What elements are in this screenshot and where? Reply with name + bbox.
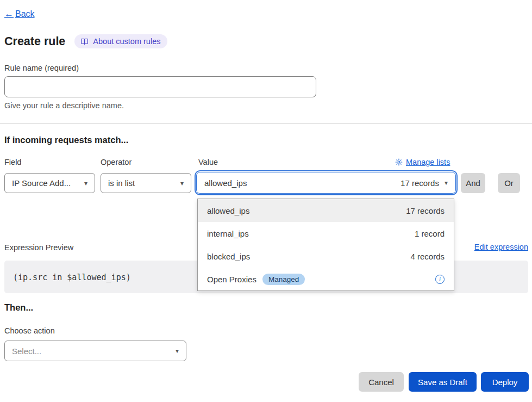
then-section-heading: Then...	[4, 302, 33, 313]
list-option-meta: 1 record	[415, 229, 445, 238]
back-link[interactable]: ←Back	[4, 9, 35, 20]
value-label: Value	[198, 158, 218, 166]
managed-badge: Managed	[262, 274, 305, 285]
title-row: Create rule About custom rules	[4, 34, 167, 48]
chevron-down-icon: ▾	[445, 179, 448, 187]
back-arrow-icon: ←	[4, 9, 14, 20]
expression-preview-label: Expression Preview	[4, 243, 73, 252]
cancel-button[interactable]: Cancel	[359, 372, 404, 392]
chevron-down-icon: ▾	[180, 180, 184, 187]
field-select-value: IP Source Add...	[12, 178, 71, 188]
list-option-meta: 17 records	[406, 206, 445, 215]
list-option-blocked-ips[interactable]: blocked_ips 4 records	[198, 245, 454, 268]
action-select-placeholder: Select...	[12, 347, 41, 356]
value-select[interactable]: allowed_ips 17 records ▾	[196, 172, 456, 194]
deploy-button[interactable]: Deploy	[481, 372, 529, 392]
save-as-draft-button[interactable]: Save as Draft	[409, 372, 477, 392]
action-select[interactable]: Select... ▾	[4, 341, 186, 361]
manage-lists-link[interactable]: Manage lists	[395, 158, 450, 166]
field-select[interactable]: IP Source Add... ▾	[4, 173, 95, 193]
or-button[interactable]: Or	[498, 173, 520, 193]
list-option-name: Open Proxies	[207, 275, 256, 284]
chevron-down-icon: ▾	[84, 180, 87, 187]
and-button[interactable]: And	[461, 173, 485, 193]
operator-select[interactable]: is in list ▾	[101, 173, 191, 193]
list-option-name: allowed_ips	[207, 206, 249, 215]
value-select-value: allowed_ips	[204, 178, 247, 188]
manage-lists-label: Manage lists	[406, 158, 450, 166]
match-section-heading: If incoming requests match...	[4, 135, 128, 145]
expression-code: (ip.src in $allowed_ips)	[13, 273, 131, 282]
value-select-meta: 17 records	[400, 178, 439, 188]
page-title: Create rule	[4, 35, 65, 48]
create-rule-page: ←Back Create rule About custom rules Rul…	[0, 0, 532, 402]
back-link-label: Back	[15, 9, 35, 19]
list-option-allowed-ips[interactable]: allowed_ips 17 records	[198, 199, 454, 222]
list-option-meta: 4 records	[410, 252, 445, 261]
operator-select-value: is in list	[108, 178, 135, 188]
section-divider	[0, 123, 532, 124]
rule-name-label: Rule name (required)	[4, 64, 79, 72]
about-custom-rules-badge[interactable]: About custom rules	[74, 34, 167, 48]
gear-icon	[395, 158, 403, 166]
edit-expression-link[interactable]: Edit expression	[474, 243, 528, 251]
chevron-down-icon: ▾	[176, 347, 179, 355]
about-badge-label: About custom rules	[93, 37, 160, 46]
book-icon	[80, 38, 89, 45]
field-label: Field	[4, 158, 21, 166]
choose-action-label: Choose action	[4, 326, 55, 335]
rule-name-helper: Give your rule a descriptive name.	[4, 101, 124, 110]
rule-name-input[interactable]	[4, 76, 316, 97]
value-dropdown-menu: allowed_ips 17 records internal_ips 1 re…	[197, 199, 454, 291]
info-icon[interactable]: i	[435, 275, 445, 284]
list-option-open-proxies[interactable]: Open Proxies Managed i	[198, 268, 454, 290]
list-option-internal-ips[interactable]: internal_ips 1 record	[198, 222, 454, 245]
list-option-name: blocked_ips	[207, 252, 250, 261]
list-option-name: internal_ips	[207, 229, 249, 238]
operator-label: Operator	[101, 158, 132, 166]
